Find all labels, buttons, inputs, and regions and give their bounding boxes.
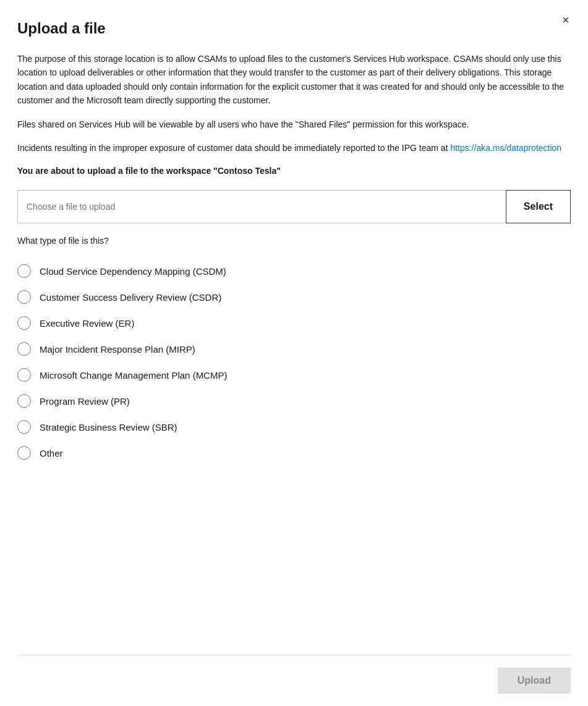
radio-item-er[interactable]: Executive Review (ER) xyxy=(17,310,571,336)
radio-item-pr[interactable]: Program Review (PR) xyxy=(17,388,571,414)
file-type-question: What type of file is this? xyxy=(17,236,571,246)
select-button[interactable]: Select xyxy=(506,190,571,223)
radio-label-er: Executive Review (ER) xyxy=(40,317,134,330)
radio-item-mirp[interactable]: Major Incident Response Plan (MIRP) xyxy=(17,336,571,362)
radio-input-mirp[interactable] xyxy=(17,342,31,356)
description-2: Files shared on Services Hub will be vie… xyxy=(17,118,571,131)
radio-item-mcmp[interactable]: Microsoft Change Management Plan (MCMP) xyxy=(17,362,571,388)
radio-input-other[interactable] xyxy=(17,446,31,460)
radio-input-mcmp[interactable] xyxy=(17,368,31,382)
upload-dialog: × Upload a file The purpose of this stor… xyxy=(0,0,588,706)
description-3: Incidents resulting in the improper expo… xyxy=(17,141,571,155)
file-type-radio-group: Cloud Service Dependency Mapping (CSDM)C… xyxy=(17,258,571,466)
dialog-content: Upload a file The purpose of this storag… xyxy=(17,20,571,655)
dialog-footer: Upload xyxy=(17,655,571,706)
workspace-label: You are about to upload a file to the wo… xyxy=(17,165,571,178)
file-input[interactable] xyxy=(17,190,506,223)
radio-item-csdm[interactable]: Cloud Service Dependency Mapping (CSDM) xyxy=(17,258,571,284)
radio-input-er[interactable] xyxy=(17,316,31,330)
upload-button[interactable]: Upload xyxy=(498,668,571,694)
file-upload-row: Select xyxy=(17,190,571,223)
radio-input-csdm[interactable] xyxy=(17,264,31,278)
radio-label-pr: Program Review (PR) xyxy=(40,395,130,408)
description-3-text: Incidents resulting in the improper expo… xyxy=(17,143,450,153)
radio-label-csdm: Cloud Service Dependency Mapping (CSDM) xyxy=(40,265,226,278)
radio-input-csdr[interactable] xyxy=(17,290,31,304)
radio-label-mcmp: Microsoft Change Management Plan (MCMP) xyxy=(40,369,227,382)
radio-item-csdr[interactable]: Customer Success Delivery Review (CSDR) xyxy=(17,284,571,310)
radio-label-other: Other xyxy=(40,447,63,460)
radio-item-other[interactable]: Other xyxy=(17,440,571,466)
radio-label-sbr: Strategic Business Review (SBR) xyxy=(40,421,177,434)
radio-label-mirp: Major Incident Response Plan (MIRP) xyxy=(40,343,195,356)
data-protection-link[interactable]: https://aka.ms/dataprotection xyxy=(450,143,561,153)
radio-label-csdr: Customer Success Delivery Review (CSDR) xyxy=(40,291,221,304)
close-button[interactable]: × xyxy=(556,10,576,30)
description-1: The purpose of this storage location is … xyxy=(17,52,571,108)
dialog-title: Upload a file xyxy=(17,20,571,37)
radio-input-sbr[interactable] xyxy=(17,420,31,434)
radio-item-sbr[interactable]: Strategic Business Review (SBR) xyxy=(17,414,571,440)
radio-input-pr[interactable] xyxy=(17,394,31,408)
